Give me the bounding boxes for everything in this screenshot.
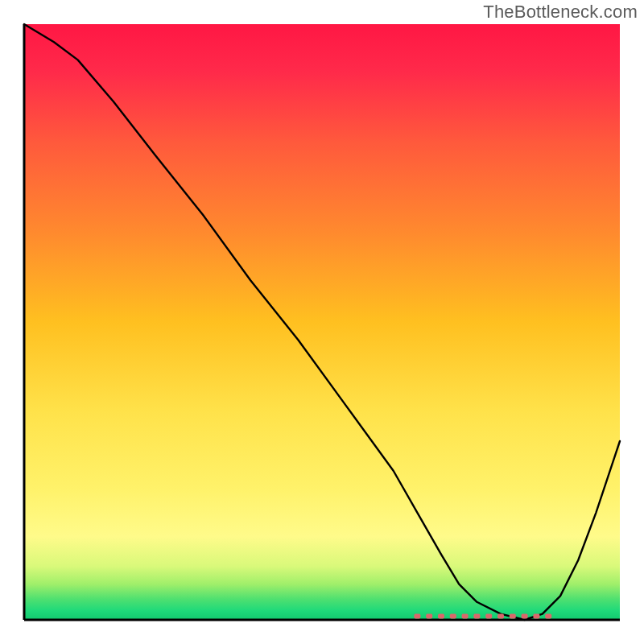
zero-band-dash [510,614,516,619]
chart-container: TheBottleneck.com [0,0,644,644]
zero-band-dash [426,614,432,619]
watermark-text: TheBottleneck.com [483,2,638,23]
zero-band-dash [485,614,492,619]
zero-band-dash [545,614,551,619]
zero-band-dash [414,614,420,619]
zero-band-dash [450,614,456,619]
zero-band-dash [497,614,504,619]
plot-background [24,24,620,620]
zero-band-dash [533,614,539,619]
zero-band-dash [438,614,444,619]
chart-svg [0,0,644,644]
zero-band-dash [473,614,480,619]
zero-band-dash [462,614,469,619]
zero-band-dash [522,614,528,619]
